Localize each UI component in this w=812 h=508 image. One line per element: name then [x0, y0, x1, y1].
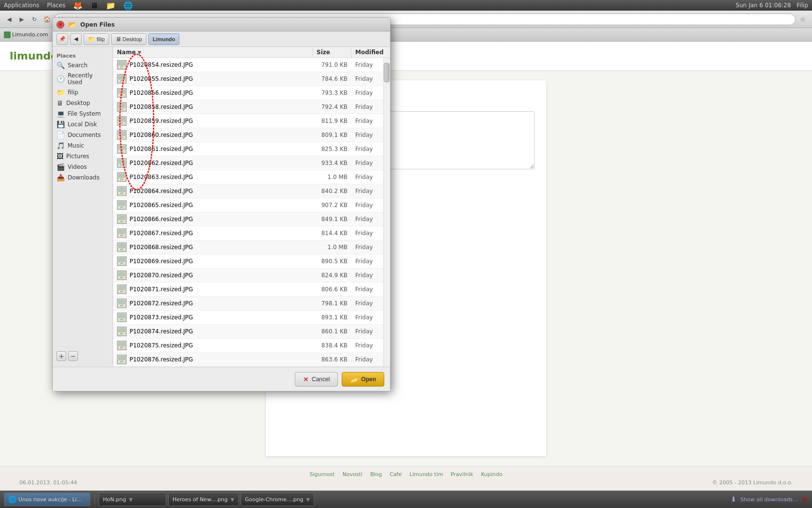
table-row[interactable]: JPG P1020869.resized.JPG 890.5 KB Friday	[113, 254, 390, 269]
sidebar-item-filesystem[interactable]: 💻 File System	[53, 108, 113, 119]
sidebar-item-downloads[interactable]: 📥 Downloads	[53, 172, 113, 183]
taskbar-app-hon[interactable]: HoN.png ▼	[99, 493, 166, 506]
file-name-cell: JPG P1020874.resized.JPG	[113, 326, 313, 337]
terminal-icon[interactable]: 🖥	[90, 1, 98, 10]
taskbar-app-hon-label: HoN.png	[103, 496, 126, 503]
file-thumbnail: JPG	[117, 130, 127, 140]
svg-text:JPG: JPG	[120, 360, 124, 363]
footer-blog[interactable]: Blog	[370, 471, 382, 478]
bookmarks-button[interactable]: 📌	[57, 33, 68, 45]
open-button[interactable]: 📂 Open	[342, 372, 384, 387]
chrome-icon[interactable]: 🌐	[123, 1, 133, 10]
scrollbar-track[interactable]	[383, 58, 390, 367]
add-bookmark-button[interactable]: +	[57, 351, 66, 361]
sidebar-item-documents[interactable]: 📄 Documents	[53, 130, 113, 140]
taskbar-window-aukcije[interactable]: 🌐 Unos nove aukcije - Lim...	[4, 493, 90, 506]
svg-rect-46	[118, 272, 125, 276]
taskbar-dropdown-icon-2[interactable]: ▼	[231, 497, 234, 502]
table-row[interactable]: JPG P1020855.resized.JPG 784.6 KB Friday	[113, 72, 390, 86]
footer-kupindo[interactable]: Kupindo	[481, 471, 502, 478]
table-row[interactable]: JPG P1020863.resized.JPG 1.0 MB Friday	[113, 170, 390, 184]
file-thumbnail: JPG	[117, 172, 127, 182]
filelist-scroll[interactable]: JPG P1020854.resized.JPG 791.0 KB Friday…	[113, 58, 390, 367]
taskbar-app-chrome-label: Google-Chrome....png	[245, 496, 304, 503]
star-button[interactable]: ☆	[798, 14, 808, 25]
scrollbar-thumb[interactable]	[384, 63, 390, 82]
taskbar-applications[interactable]: Applications	[4, 2, 39, 9]
sidebar-item-pictures[interactable]: 🖼 Pictures	[53, 151, 113, 162]
table-row[interactable]: JPG P1020871.resized.JPG 806.6 KB Friday	[113, 283, 390, 297]
table-row[interactable]: JPG P1020870.resized.JPG 824.9 KB Friday	[113, 269, 390, 283]
table-row[interactable]: JPG P1020864.resized.JPG 840.2 KB Friday	[113, 184, 390, 198]
sidebar-item-recently-used[interactable]: 🕐 Recently Used	[53, 71, 113, 87]
sidebar-item-music-label: Music	[68, 142, 84, 149]
table-row[interactable]: JPG P1020867.resized.JPG 814.4 KB Friday	[113, 226, 390, 240]
show-all-downloads-button[interactable]: Show all downloads...	[740, 496, 798, 503]
home-button[interactable]: 🏠	[42, 14, 52, 25]
sidebar-item-filip[interactable]: 📁 filip	[53, 87, 113, 98]
file-thumbnail: JPG	[117, 60, 127, 70]
file-size: 890.5 KB	[313, 257, 351, 266]
taskbar-places[interactable]: Places	[47, 2, 65, 9]
taskbar-dropdown-icon-3[interactable]: ▼	[306, 497, 310, 502]
footer-pravilnik[interactable]: Pravilnik	[450, 471, 473, 478]
table-row[interactable]: JPG P1020872.resized.JPG 798.1 KB Friday	[113, 297, 390, 311]
pictures-icon: 🖼	[57, 152, 63, 160]
sidebar-item-music[interactable]: 🎵 Music	[53, 140, 113, 151]
location-filip-button[interactable]: 📁 filip	[84, 33, 109, 45]
sidebar-item-localdisk[interactable]: 💾 Local Disk	[53, 119, 113, 130]
file-size: 849.1 KB	[313, 215, 351, 224]
table-row[interactable]: JPG P1020866.resized.JPG 849.1 KB Friday	[113, 212, 390, 226]
dialog-close-button[interactable]: ✕	[57, 21, 64, 29]
sidebar-item-videos[interactable]: 🎬 Videos	[53, 162, 113, 172]
sidebar-item-documents-label: Documents	[68, 132, 101, 138]
cancel-button[interactable]: ✕ Cancel	[295, 372, 338, 387]
table-row[interactable]: JPG P1020854.resized.JPG 791.0 KB Friday	[113, 58, 390, 72]
table-row[interactable]: JPG P1020862.resized.JPG 933.4 KB Friday	[113, 156, 390, 170]
files-icon[interactable]: 📁	[106, 1, 116, 10]
location-limundo-button[interactable]: Limundo	[148, 33, 179, 45]
table-row[interactable]: JPG P1020874.resized.JPG 860.1 KB Friday	[113, 325, 390, 339]
file-name-cell: JPG P1020872.resized.JPG	[113, 298, 313, 309]
back-nav-button[interactable]: ◀	[70, 33, 82, 45]
footer-novosti[interactable]: Novosti	[343, 471, 362, 478]
reload-button[interactable]: ↻	[29, 14, 40, 25]
footer-cafe[interactable]: Cafe	[390, 471, 402, 478]
location-desktop-button[interactable]: 🖥 Desktop	[111, 33, 146, 45]
close-downloads-icon[interactable]: ✕	[802, 495, 808, 504]
svg-text:JPG: JPG	[120, 304, 124, 307]
table-row[interactable]: JPG P1020873.resized.JPG 893.1 KB Friday	[113, 311, 390, 325]
col-size[interactable]: Size	[313, 47, 351, 58]
sidebar-item-filesystem-label: File System	[68, 110, 101, 117]
footer-tim[interactable]: Limundo tim	[409, 471, 443, 478]
table-row[interactable]: JPG P1020856.resized.JPG 793.3 KB Friday	[113, 86, 390, 100]
table-row[interactable]: JPG P1020861.resized.JPG 825.3 KB Friday	[113, 142, 390, 156]
file-name-cell: JPG P1020858.resized.JPG	[113, 101, 313, 113]
file-thumbnail: JPG	[117, 74, 127, 84]
forward-button[interactable]: ▶	[16, 14, 27, 25]
browser-icon: 🌐	[8, 495, 16, 503]
sidebar-item-search[interactable]: 🔍 Search	[53, 60, 113, 71]
table-row[interactable]: JPG P1020875.resized.JPG 838.4 KB Friday	[113, 339, 390, 353]
col-modified[interactable]: Modified	[351, 47, 390, 58]
table-row[interactable]: JPG P1020858.resized.JPG 792.4 KB Friday	[113, 100, 390, 114]
bookmark-limundo[interactable]: Limundo.com	[4, 31, 48, 38]
table-row[interactable]: JPG P1020868.resized.JPG 1.0 MB Friday	[113, 240, 390, 254]
file-thumbnail: JPG	[117, 116, 127, 126]
table-row[interactable]: JPG P1020865.resized.JPG 907.2 KB Friday	[113, 198, 390, 212]
table-row[interactable]: JPG P1020859.resized.JPG 811.9 KB Friday	[113, 114, 390, 128]
taskbar-app-heroes[interactable]: Heroes of New....png ▼	[168, 493, 239, 506]
taskbar-dropdown-icon[interactable]: ▼	[129, 497, 133, 502]
footer-sigurnost[interactable]: Sigurnost	[309, 471, 334, 478]
back-button[interactable]: ◀	[4, 14, 14, 25]
taskbar-app-chrome[interactable]: Google-Chrome....png ▼	[241, 493, 315, 506]
remove-bookmark-button[interactable]: −	[68, 351, 78, 361]
firefox-icon[interactable]: 🦊	[73, 1, 83, 10]
table-row[interactable]: JPG P1020860.resized.JPG 809.1 KB Friday	[113, 128, 390, 142]
table-row[interactable]: JPG P1020876.resized.JPG 863.6 KB Friday	[113, 353, 390, 367]
sidebar-item-filip-label: filip	[68, 89, 78, 96]
file-thumbnail: JPG	[117, 242, 127, 252]
sidebar-item-desktop[interactable]: 🖥 Desktop	[53, 98, 113, 108]
col-name[interactable]: Name ▼	[113, 47, 313, 58]
file-size: 1.0 MB	[313, 173, 351, 181]
